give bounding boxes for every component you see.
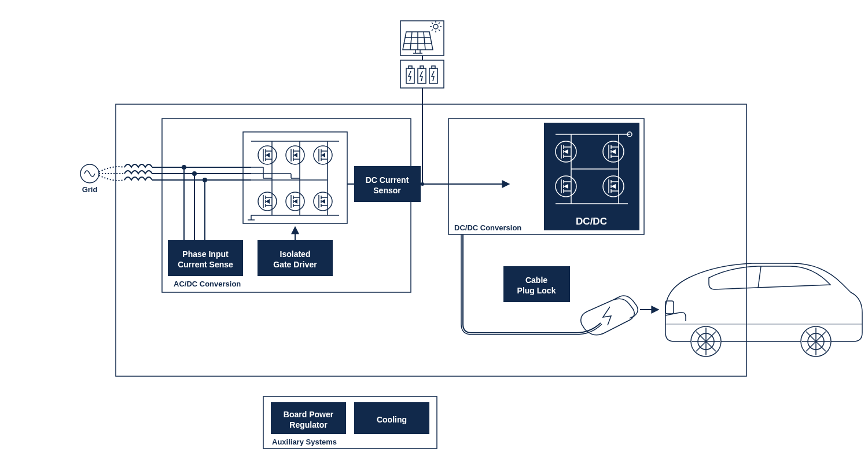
- three-phase-lines: [99, 164, 251, 240]
- dcdc-converter-block: DC/DC: [544, 123, 639, 230]
- svg-rect-39: [429, 68, 437, 83]
- svg-text:Cooling: Cooling: [377, 415, 407, 424]
- ev-car-icon: [665, 263, 862, 357]
- svg-rect-112: [665, 301, 674, 314]
- board-power-regulator-block: Board PowerRegulator: [271, 402, 346, 434]
- battery-storage-icon: [400, 60, 444, 88]
- svg-rect-16: [400, 21, 444, 56]
- cooling-block: Cooling: [354, 402, 429, 434]
- svg-rect-82: [544, 123, 639, 230]
- acdc-section-label: AC/DC Conversion: [174, 280, 241, 288]
- svg-point-50: [182, 166, 186, 169]
- phase-input-current-sense-block: Phase InputCurrent Sense: [168, 240, 243, 276]
- svg-rect-38: [420, 66, 424, 68]
- svg-rect-37: [418, 68, 426, 83]
- svg-line-25: [439, 30, 440, 31]
- svg-line-30: [424, 32, 425, 50]
- svg-rect-40: [432, 66, 435, 68]
- solar-panel-icon: [400, 21, 444, 56]
- svg-point-52: [203, 178, 207, 182]
- svg-rect-35: [406, 68, 414, 83]
- grid-source-icon: Grid: [80, 164, 99, 194]
- dcdc-section-label: DC/DC Conversion: [454, 223, 521, 232]
- three-phase-bridge-icon: [243, 132, 347, 223]
- isolated-gate-driver-block: IsolatedGate Driver: [258, 240, 333, 276]
- grid-label: Grid: [82, 185, 98, 194]
- ev-charger-block-diagram: Grid AC/DC Conversion: [0, 0, 868, 463]
- svg-line-110: [758, 266, 761, 288]
- cable-plug-lock-block: CablePlug Lock: [503, 266, 570, 302]
- svg-point-17: [433, 24, 438, 29]
- svg-line-22: [432, 23, 433, 24]
- svg-line-23: [439, 23, 440, 24]
- svg-line-24: [432, 30, 433, 31]
- svg-point-51: [193, 172, 196, 175]
- svg-point-79: [421, 182, 424, 186]
- svg-rect-36: [409, 66, 412, 68]
- svg-line-28: [410, 32, 412, 50]
- dc-current-sensor-block: DC CurrentSensor: [354, 166, 421, 202]
- aux-section-label: Auxiliary Systems: [272, 438, 337, 446]
- svg-text:DC/DC: DC/DC: [576, 216, 607, 227]
